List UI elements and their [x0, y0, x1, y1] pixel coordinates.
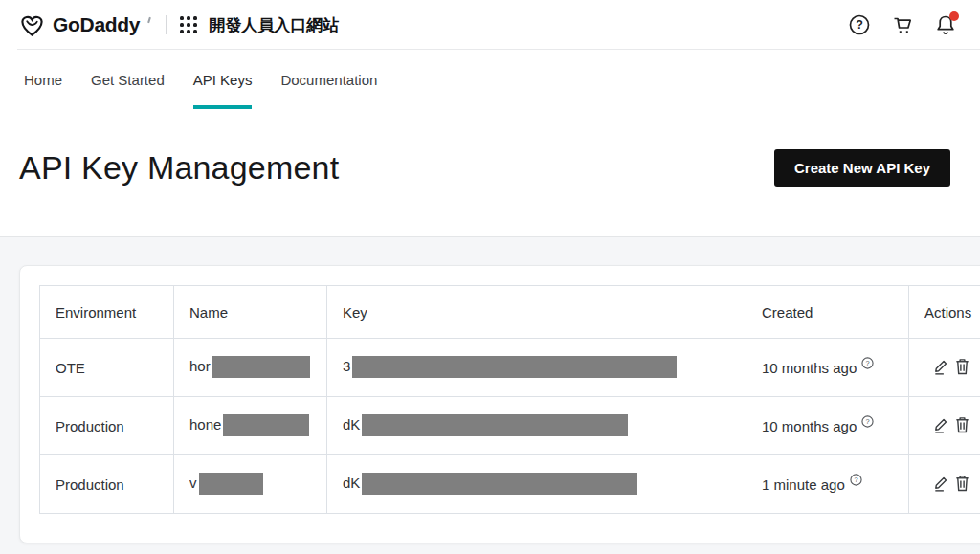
name-visible-text: v: [189, 475, 197, 491]
table-row: Production v dK 1 minute ago: [40, 455, 980, 514]
table-header-row: Environment Name Key Created Actions: [40, 286, 980, 339]
cell-environment: Production: [40, 397, 174, 455]
main-nav: Home Get Started API Keys Documentation: [0, 50, 980, 109]
created-text: 10 months ago: [762, 360, 857, 376]
cell-name: hone: [174, 397, 327, 455]
header-name: Name: [174, 286, 327, 339]
trademark-tick: [147, 17, 151, 23]
created-tooltip-icon[interactable]: ?: [850, 473, 862, 489]
header-created: Created: [746, 286, 909, 339]
delete-icon[interactable]: [953, 474, 971, 492]
godaddy-logo[interactable]: GoDaddy: [19, 12, 150, 38]
api-keys-card: Environment Name Key Created Actions OTE…: [19, 265, 980, 543]
key-visible-text: 3: [343, 358, 350, 374]
nav-tab-home[interactable]: Home: [24, 72, 62, 109]
nav-tab-documentation[interactable]: Documentation: [280, 72, 377, 109]
svg-text:?: ?: [866, 417, 870, 426]
app-grid-icon[interactable]: [180, 16, 197, 33]
cell-key: dK: [327, 455, 746, 514]
cell-created: 1 minute ago ?: [746, 455, 909, 514]
cell-actions: [909, 455, 980, 514]
created-text: 1 minute ago: [762, 476, 845, 493]
created-text: 10 months ago: [762, 418, 857, 434]
table-row: Production hone dK 10 months ago: [40, 397, 980, 455]
redaction-box: [362, 414, 628, 436]
redaction-box: [199, 473, 263, 495]
api-keys-table: Environment Name Key Created Actions OTE…: [39, 285, 980, 514]
topbar-actions: ?: [848, 13, 957, 36]
title-row: API Key Management Create New API Key: [0, 149, 980, 187]
header-environment: Environment: [40, 286, 174, 339]
topbar-divider: [166, 15, 167, 34]
create-new-api-key-button[interactable]: Create New API Key: [774, 149, 950, 187]
key-visible-text: dK: [343, 475, 360, 491]
table-row: OTE hor 3 10 months ago ?: [40, 339, 980, 397]
name-visible-text: hor: [189, 358, 211, 374]
nav-tab-api-keys[interactable]: API Keys: [193, 72, 253, 109]
created-tooltip-icon[interactable]: ?: [861, 356, 874, 372]
notifications-bell-icon[interactable]: [934, 13, 957, 36]
redaction-box: [362, 473, 637, 495]
svg-text:?: ?: [866, 359, 870, 367]
redaction-box: [212, 356, 310, 378]
created-tooltip-icon[interactable]: ?: [861, 414, 874, 431]
godaddy-wordmark: GoDaddy: [53, 13, 140, 36]
cell-actions: [909, 339, 980, 397]
content-area: Environment Name Key Created Actions OTE…: [0, 237, 980, 554]
svg-text:?: ?: [856, 18, 863, 32]
page-header-area: GoDaddy 開發人員入口網站 ?: [0, 0, 980, 237]
redaction-box: [352, 356, 677, 378]
svg-text:?: ?: [854, 476, 858, 484]
delete-icon[interactable]: [953, 415, 971, 433]
cell-environment: OTE: [40, 339, 174, 397]
header-actions: Actions: [909, 286, 980, 339]
cell-actions: [909, 397, 980, 455]
delete-icon[interactable]: [953, 357, 971, 375]
cell-created: 10 months ago ?: [746, 397, 909, 455]
edit-icon[interactable]: [932, 415, 950, 433]
cell-name: v: [174, 455, 327, 514]
godaddy-heart-icon: [19, 12, 45, 38]
page-title: API Key Management: [19, 149, 339, 187]
name-visible-text: hone: [189, 416, 221, 432]
edit-icon[interactable]: [932, 357, 950, 375]
cell-name: hor: [174, 339, 327, 397]
cell-created: 10 months ago ?: [746, 339, 909, 397]
cart-icon[interactable]: [891, 13, 914, 36]
cell-key: dK: [327, 397, 746, 455]
cell-key: 3: [327, 339, 746, 397]
help-icon[interactable]: ?: [848, 13, 871, 36]
notification-badge: [949, 11, 959, 21]
cell-environment: Production: [40, 455, 174, 514]
redaction-box: [223, 414, 309, 436]
edit-icon[interactable]: [932, 474, 950, 492]
topbar: GoDaddy 開發人員入口網站 ?: [0, 0, 980, 50]
header-key: Key: [327, 286, 746, 339]
portal-title: 開發人員入口網站: [209, 14, 339, 36]
key-visible-text: dK: [343, 416, 360, 432]
nav-tab-get-started[interactable]: Get Started: [91, 72, 165, 109]
